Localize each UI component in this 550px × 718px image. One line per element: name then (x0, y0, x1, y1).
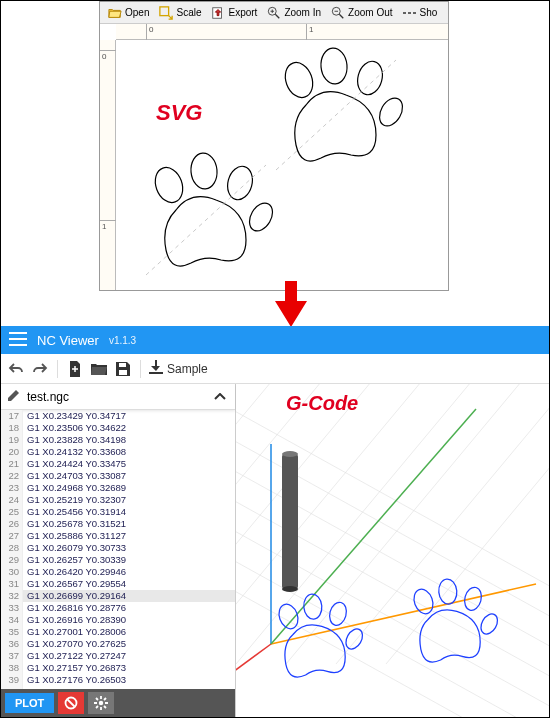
zoom-out-button[interactable]: Zoom Out (327, 5, 396, 21)
code-row[interactable]: 32G1 X0.26699 Y0.29164 (1, 590, 235, 602)
svg-point-21 (327, 600, 349, 627)
code-row[interactable]: 36G1 X0.27070 Y0.27625 (1, 638, 235, 650)
plot-button[interactable]: PLOT (5, 693, 54, 713)
code-text: G1 X0.26699 Y0.29164 (23, 590, 126, 602)
gcode-list[interactable]: 17G1 X0.23429 Y0.3471718G1 X0.23506 Y0.3… (1, 410, 235, 689)
code-row[interactable]: 39G1 X0.27176 Y0.26503 (1, 674, 235, 686)
nc-version: v1.1.3 (109, 335, 136, 346)
line-number: 37 (1, 650, 23, 662)
code-row[interactable]: 20G1 X0.24132 Y0.33608 (1, 446, 235, 458)
code-row[interactable]: 35G1 X0.27001 Y0.28006 (1, 626, 235, 638)
undo-icon[interactable] (7, 360, 25, 378)
line-number: 25 (1, 506, 23, 518)
edit-icon (7, 388, 21, 405)
code-row[interactable]: 21G1 X0.24424 Y0.33475 (1, 458, 235, 470)
zoom-in-button[interactable]: Zoom In (263, 5, 325, 21)
ruler-tick-label: 0 (149, 25, 153, 34)
code-row[interactable]: 34G1 X0.26916 Y0.28390 (1, 614, 235, 626)
zoom-in-label: Zoom In (284, 7, 321, 18)
toolpath-paws (276, 578, 501, 677)
settings-button[interactable] (88, 692, 114, 714)
svg-point-8 (151, 164, 188, 207)
svg-rect-13 (119, 370, 127, 375)
file-header[interactable]: test.ngc (1, 384, 235, 410)
svg-canvas[interactable]: SVG (116, 40, 448, 290)
code-text: G1 X0.23506 Y0.34622 (23, 422, 126, 434)
hamburger-menu-icon[interactable] (9, 332, 27, 349)
redo-icon[interactable] (31, 360, 49, 378)
line-number: 27 (1, 530, 23, 542)
code-row[interactable]: 23G1 X0.24968 Y0.32689 (1, 482, 235, 494)
line-number: 29 (1, 554, 23, 566)
code-row[interactable]: 19G1 X0.23828 Y0.34198 (1, 434, 235, 446)
open-button[interactable]: Open (104, 5, 153, 21)
code-row[interactable]: 33G1 X0.26816 Y0.28776 (1, 602, 235, 614)
code-panel: test.ngc 17G1 X0.23429 Y0.3471718G1 X0.2… (1, 384, 236, 717)
ruler-tick-label: 1 (102, 222, 106, 231)
save-icon[interactable] (114, 360, 132, 378)
tool-cylinder (282, 451, 298, 592)
chevron-up-icon[interactable] (211, 388, 229, 406)
code-text: G1 X0.27157 Y0.26873 (23, 662, 126, 674)
show-button[interactable]: Sho (399, 5, 442, 21)
svg-overlay-label: SVG (156, 100, 202, 126)
line-number: 33 (1, 602, 23, 614)
code-text: G1 X0.24132 Y0.33608 (23, 446, 126, 458)
code-row[interactable]: 30G1 X0.26420 Y0.29946 (1, 566, 235, 578)
scale-icon (159, 6, 173, 20)
code-row[interactable]: 28G1 X0.26079 Y0.30733 (1, 542, 235, 554)
sample-label: Sample (167, 362, 208, 376)
code-row[interactable]: 37G1 X0.27122 Y0.27247 (1, 650, 235, 662)
code-row[interactable]: 17G1 X0.23429 Y0.34717 (1, 410, 235, 422)
code-row[interactable]: 26G1 X0.25678 Y0.31521 (1, 518, 235, 530)
code-text: G1 X0.24968 Y0.32689 (23, 482, 126, 494)
code-row[interactable]: 27G1 X0.25886 Y0.31127 (1, 530, 235, 542)
svg-point-17 (282, 451, 298, 457)
paw-shape[interactable] (266, 50, 406, 184)
svg-point-24 (438, 578, 458, 605)
export-button[interactable]: Export (207, 5, 261, 21)
new-file-icon[interactable] (66, 360, 84, 378)
svg-point-11 (245, 199, 277, 235)
arrow-down-icon (271, 281, 311, 331)
line-number: 34 (1, 614, 23, 626)
svg-rect-0 (160, 6, 169, 15)
toolbar-separator (140, 360, 141, 378)
line-number: 30 (1, 566, 23, 578)
open-file-icon[interactable] (90, 360, 108, 378)
scale-button[interactable]: Scale (155, 5, 205, 21)
gcode-overlay-label: G-Code (286, 392, 358, 415)
code-text: G1 X0.27122 Y0.27247 (23, 650, 126, 662)
code-text: G1 X0.26916 Y0.28390 (23, 614, 126, 626)
paw-shape[interactable] (136, 155, 276, 289)
ruler-tick-label: 0 (102, 52, 106, 61)
svg-rect-16 (282, 454, 298, 589)
nc-viewer-window: NC Viewer v1.1.3 Sample test.ngc 17G1 X0… (1, 326, 549, 717)
svg-point-18 (282, 586, 298, 592)
code-row[interactable]: 29G1 X0.26257 Y0.30339 (1, 554, 235, 566)
code-text: G1 X0.23828 Y0.34198 (23, 434, 126, 446)
code-row[interactable]: 31G1 X0.26567 Y0.29554 (1, 578, 235, 590)
code-text: G1 X0.26420 Y0.29946 (23, 566, 126, 578)
zoom-out-label: Zoom Out (348, 7, 392, 18)
code-row[interactable]: 24G1 X0.25219 Y0.32307 (1, 494, 235, 506)
svg-point-9 (189, 152, 218, 190)
line-number: 32 (1, 590, 23, 602)
svg-point-4 (281, 59, 318, 102)
nc-title: NC Viewer (37, 333, 99, 348)
line-number: 23 (1, 482, 23, 494)
code-row[interactable]: 38G1 X0.27157 Y0.26873 (1, 662, 235, 674)
code-row[interactable]: 25G1 X0.25456 Y0.31914 (1, 506, 235, 518)
grid-3d (236, 384, 549, 717)
line-number: 18 (1, 422, 23, 434)
show-label: Sho (420, 7, 438, 18)
sample-button[interactable]: Sample (149, 360, 208, 377)
code-row[interactable]: 18G1 X0.23506 Y0.34622 (1, 422, 235, 434)
code-row[interactable]: 22G1 X0.24703 Y0.33087 (1, 470, 235, 482)
line-number: 31 (1, 578, 23, 590)
viewport-3d[interactable]: G-Code (236, 384, 549, 717)
stop-button[interactable] (58, 692, 84, 714)
line-number: 28 (1, 542, 23, 554)
line-number: 39 (1, 674, 23, 686)
svg-editor-window: Open Scale Export Zoom In Zoom Out (99, 1, 449, 291)
